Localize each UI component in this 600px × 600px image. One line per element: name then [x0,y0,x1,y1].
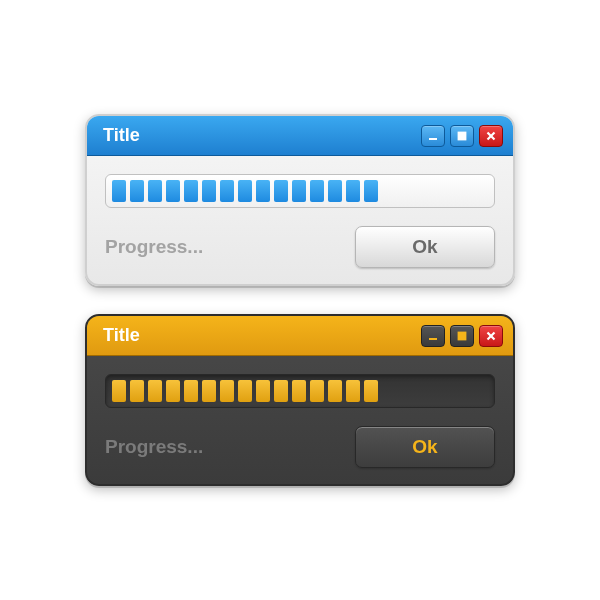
progress-segment [328,380,342,402]
progress-segment [202,380,216,402]
close-icon [485,130,497,142]
window-footer: Progress... Ok [105,226,495,268]
svg-rect-1 [459,132,466,139]
window-footer: Progress... Ok [105,426,495,468]
window-title: Title [103,125,140,146]
progress-segment [364,380,378,402]
progress-segment [256,180,270,202]
dialog-window-dark: Title Progress... Ok [85,314,515,486]
window-body: Progress... Ok [87,356,513,484]
close-button[interactable] [479,125,503,147]
ok-button-label: Ok [412,236,437,258]
maximize-icon [456,130,468,142]
progress-segment [220,380,234,402]
maximize-icon [456,330,468,342]
progress-segment [256,380,270,402]
titlebar: Title [87,116,513,156]
window-body: Progress... Ok [87,156,513,284]
titlebar: Title [87,316,513,356]
progress-segment [130,380,144,402]
progress-segment [166,380,180,402]
close-button[interactable] [479,325,503,347]
minimize-icon [427,330,439,342]
progress-segment [238,380,252,402]
progress-segment [166,180,180,202]
ok-button[interactable]: Ok [355,426,495,468]
window-title: Title [103,325,140,346]
progress-segment [274,380,288,402]
maximize-button[interactable] [450,325,474,347]
progress-segment [310,180,324,202]
window-controls [421,125,503,147]
status-text: Progress... [105,436,203,458]
window-controls [421,325,503,347]
progress-segment [184,180,198,202]
progress-segment [292,180,306,202]
progress-segment [364,180,378,202]
progress-segment [346,180,360,202]
progress-segment [238,180,252,202]
progress-segment [346,380,360,402]
progress-segment [328,180,342,202]
progress-segment [148,180,162,202]
progress-segment [112,380,126,402]
maximize-button[interactable] [450,125,474,147]
minimize-icon [427,130,439,142]
close-icon [485,330,497,342]
progress-bar [105,374,495,408]
progress-bar [105,174,495,208]
progress-segment [274,180,288,202]
status-text: Progress... [105,236,203,258]
dialog-window-light: Title Progress... Ok [85,114,515,286]
minimize-button[interactable] [421,325,445,347]
progress-segment [184,380,198,402]
progress-segment [292,380,306,402]
progress-segment [130,180,144,202]
progress-segment [220,180,234,202]
ok-button[interactable]: Ok [355,226,495,268]
svg-rect-5 [459,332,466,339]
minimize-button[interactable] [421,125,445,147]
progress-segment [148,380,162,402]
progress-segment [310,380,324,402]
progress-segment [202,180,216,202]
progress-segment [112,180,126,202]
ok-button-label: Ok [412,436,437,458]
